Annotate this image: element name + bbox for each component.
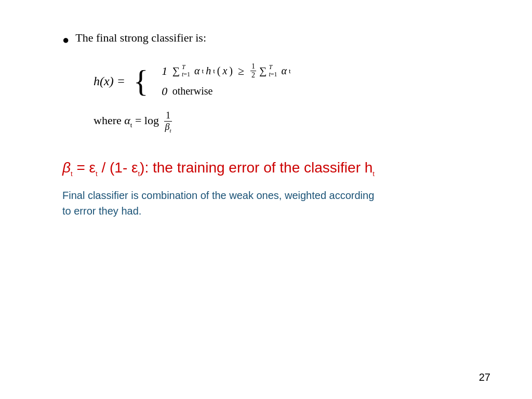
formula-block: h(x) = { 1 ∑Tt=1αtht(x) ≥ 12 ∑Tt=1αt 0 o…: [94, 62, 470, 100]
where-line: where αt = log 1 βt: [94, 110, 470, 134]
case1-num: 1: [157, 64, 172, 78]
bullet-item: ● The final strong classifier is:: [62, 31, 470, 47]
blue-line1: Final classifier is combination of the w…: [62, 190, 374, 201]
bullet-text: The final strong classifier is:: [75, 31, 206, 45]
page-number: 27: [479, 371, 490, 383]
formula-lhs: h(x) =: [94, 74, 125, 88]
case2-num: 0: [157, 85, 172, 98]
blue-description: Final classifier is combination of the w…: [62, 188, 470, 219]
big-brace: {: [134, 65, 149, 97]
bullet-dot: ●: [62, 33, 69, 47]
cases-grid: 1 ∑Tt=1αtht(x) ≥ 12 ∑Tt=1αt 0 otherwise: [157, 62, 291, 100]
red-formula-line: βt = εt / (1- εt): the training error of…: [62, 159, 470, 178]
blue-line2: to error they had.: [62, 205, 141, 217]
slide-content: ● The final strong classifier is: h(x) =…: [0, 0, 532, 399]
case1-condition: ∑Tt=1αtht(x) ≥ 12 ∑Tt=1αt: [172, 62, 291, 79]
case2-condition: otherwise: [172, 85, 291, 97]
